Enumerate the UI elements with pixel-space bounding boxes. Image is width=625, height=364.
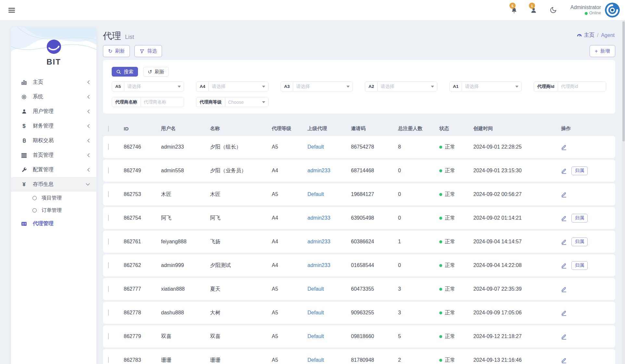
filter-group: A5 请选择 <box>112 81 184 91</box>
sidebar-item-user[interactable]: 用户管理 <box>11 104 96 119</box>
parent-agent-link[interactable]: admin233 <box>307 215 330 221</box>
edit-pencil-icon[interactable] <box>561 191 567 198</box>
assign-button[interactable]: 归属 <box>571 166 588 175</box>
table-row: 862783 珊珊 珊珊 A5 Default 81780948 2 正常 20… <box>103 349 615 364</box>
avatar[interactable] <box>605 3 620 18</box>
col-level: 代理等级 <box>272 126 307 132</box>
filter-button[interactable]: 筛选 <box>134 45 162 57</box>
add-button[interactable]: + 新增 <box>590 45 615 57</box>
cell-level: A5 <box>272 310 307 316</box>
row-checkbox[interactable] <box>108 357 109 363</box>
sidebar-item-wrench[interactable]: 配置管理 <box>11 163 96 177</box>
cell-created: 2024-09-13 21:16:46 <box>473 357 561 363</box>
row-checkbox[interactable] <box>108 333 109 339</box>
filter-input[interactable]: 代理商id <box>558 82 606 91</box>
parent-agent-link[interactable]: Default <box>307 310 324 315</box>
top-bar: 5 1 Administrator Online <box>0 0 625 20</box>
edit-pencil-icon[interactable] <box>561 215 567 221</box>
reset-icon: ↺ <box>148 69 152 75</box>
parent-agent-link[interactable]: Default <box>307 191 324 197</box>
hamburger-menu-icon[interactable] <box>8 8 15 13</box>
edit-pencil-icon[interactable] <box>561 144 567 150</box>
row-checkbox[interactable] <box>108 144 109 150</box>
sidebar-item-agent-management[interactable]: 代理管理 <box>11 216 96 231</box>
filter-select[interactable]: 请选择 <box>462 82 521 91</box>
row-checkbox[interactable] <box>108 286 109 292</box>
col-username: 用户名 <box>161 126 210 132</box>
table-header: ID 用户名 名称 代理等级 上级代理 邀请码 总注册人数 状态 创建时间 操作 <box>103 123 615 134</box>
cell-invite: 68714468 <box>351 168 398 174</box>
chevron-left-icon <box>87 109 90 114</box>
filter-select[interactable]: Choose <box>225 97 269 107</box>
sidebar-subitem[interactable]: 订单管理 <box>11 204 96 216</box>
parent-agent-link[interactable]: Default <box>307 357 324 363</box>
filter-select[interactable]: 请选择 <box>209 82 268 91</box>
chart-icon <box>21 79 27 85</box>
sidebar-item-gear[interactable]: 系统 <box>11 90 96 104</box>
filter-group: 代理商Id 代理商id <box>534 81 606 91</box>
edit-pencil-icon[interactable] <box>561 239 567 245</box>
chevron-left-icon <box>87 80 90 84</box>
edit-pencil-icon[interactable] <box>561 310 567 316</box>
assign-button[interactable]: 归属 <box>571 237 588 246</box>
breadcrumb-home[interactable]: 主页 <box>577 32 594 39</box>
cell-created: 2024-09-04 14:22:08 <box>473 262 561 268</box>
filter-select[interactable]: 请选择 <box>293 82 353 91</box>
sidebar-item-yen[interactable]: ¥ 存币生息 <box>11 177 96 192</box>
parent-agent-link[interactable]: Default <box>307 286 324 292</box>
cell-username: 阿飞 <box>161 215 210 222</box>
edit-pencil-icon[interactable] <box>561 286 567 292</box>
cell-id: 862783 <box>124 357 161 363</box>
parent-agent-link[interactable]: admin233 <box>307 262 330 268</box>
row-checkbox[interactable] <box>108 167 109 174</box>
filter-select[interactable]: 请选择 <box>124 82 184 91</box>
edit-pencil-icon[interactable] <box>561 262 567 269</box>
parent-agent-link[interactable]: admin233 <box>307 168 330 173</box>
row-checkbox[interactable] <box>108 238 109 245</box>
status-dot <box>439 217 442 220</box>
dashboard-icon <box>577 33 582 38</box>
reset-button[interactable]: ↺ 刷新 <box>143 67 169 77</box>
parent-agent-link[interactable]: admin233 <box>307 239 330 244</box>
notifications-bell-icon[interactable]: 5 <box>510 6 519 14</box>
sidebar-item-lines[interactable]: 首页管理 <box>11 148 96 163</box>
user-messages-icon[interactable]: 1 <box>530 6 538 14</box>
dark-mode-moon-icon[interactable] <box>549 6 557 14</box>
row-checkbox[interactable] <box>108 262 109 268</box>
refresh-button[interactable]: ↻ 刷新 <box>103 45 130 57</box>
edit-pencil-icon[interactable] <box>561 357 567 363</box>
assign-button[interactable]: 归属 <box>571 261 588 270</box>
status-text: 正常 <box>445 286 455 293</box>
select-all-checkbox[interactable] <box>108 126 109 132</box>
row-checkbox[interactable] <box>108 309 109 316</box>
breadcrumb: 主页 / Agent <box>577 32 615 39</box>
status-text: 正常 <box>445 238 455 245</box>
parent-agent-link[interactable]: Default <box>307 334 324 339</box>
status-text: 正常 <box>445 215 455 222</box>
row-checkbox[interactable] <box>108 191 109 197</box>
cell-username: feiyang888 <box>161 239 210 245</box>
circle-icon <box>32 208 37 212</box>
filter-select[interactable]: 请选择 <box>378 82 437 91</box>
cell-count: 0 <box>398 215 439 221</box>
sidebar-item-bitcoin[interactable]: 期权交易 <box>11 133 96 148</box>
status-dot <box>439 264 442 267</box>
edit-pencil-icon[interactable] <box>561 168 567 174</box>
cell-name: 夕阳测试 <box>210 262 272 269</box>
main-content: 代理 List 主页 / Agent ↻ 刷新 筛选 + 新增 搜 <box>103 20 615 364</box>
scrollbar-thumb[interactable] <box>622 21 625 141</box>
scrollbar[interactable] <box>622 20 625 364</box>
search-button[interactable]: 搜索 <box>112 67 138 77</box>
edit-pencil-icon[interactable] <box>561 334 567 340</box>
assign-button[interactable]: 归属 <box>571 214 588 223</box>
sidebar-item-dollar[interactable]: $ 财务管理 <box>11 119 96 133</box>
sidebar-item-chart[interactable]: 主页 <box>11 75 96 90</box>
status-dot <box>439 288 442 291</box>
table-row: 862749 admin558 夕阳（业务员） A4 admin233 6871… <box>103 160 615 182</box>
cell-id: 862779 <box>124 334 161 339</box>
sidebar-subitem[interactable]: 项目管理 <box>11 192 96 204</box>
row-checkbox[interactable] <box>108 215 109 221</box>
filter-input[interactable]: 代理商名称 <box>141 97 184 107</box>
parent-agent-link[interactable]: Default <box>307 144 324 150</box>
cell-invite: 86754278 <box>351 144 398 150</box>
